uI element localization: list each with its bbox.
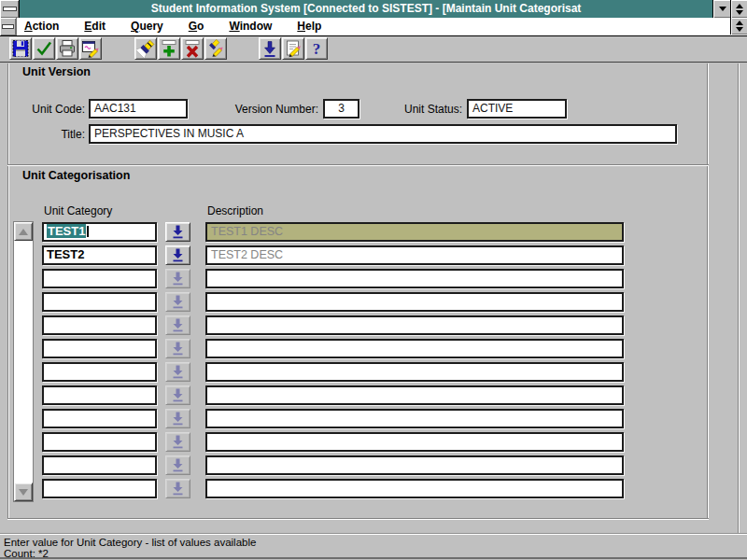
title-bar: Student Information System [Connected to…	[0, 0, 747, 18]
unit-category-field[interactable]	[42, 432, 157, 452]
insert-record-button[interactable]	[158, 37, 180, 60]
lov-button[interactable]	[165, 245, 190, 265]
description-field[interactable]: TEST2 DESC	[205, 245, 624, 265]
unit-category-field[interactable]	[42, 362, 157, 382]
lov-down-arrow-icon	[172, 342, 184, 356]
unit-category-column-label: Unit Category	[44, 204, 112, 217]
unit-category-field[interactable]	[42, 269, 157, 288]
clear-form-button[interactable]	[79, 37, 102, 60]
child-restore-button[interactable]	[730, 18, 747, 35]
unit-category-field[interactable]	[42, 455, 157, 475]
print-button[interactable]	[56, 37, 78, 60]
unit-category-field[interactable]: TEST1	[42, 222, 157, 242]
unit-code-label: Unit Code:	[18, 103, 85, 116]
list-of-values-button[interactable]	[259, 37, 281, 60]
unit-code-field[interactable]: AAC131	[89, 99, 188, 119]
system-menu-button[interactable]	[0, 0, 20, 18]
categorisation-row	[0, 385, 747, 405]
menu-items: Action Edit Query Go Window Help	[24, 18, 321, 35]
categorisation-grid: TEST1 TEST1 DESC TEST2 TEST2 DESC	[0, 0, 747, 560]
window-bottom-edge	[0, 557, 747, 559]
version-number-field[interactable]: 3	[323, 99, 359, 119]
child-restore-up-icon	[736, 21, 743, 25]
unit-status-label: Unit Status:	[391, 103, 462, 116]
delete-record-button[interactable]	[181, 37, 204, 60]
unit-category-field[interactable]	[42, 409, 157, 428]
svg-text:?: ?	[313, 40, 321, 58]
categorisation-row	[0, 432, 747, 452]
lov-button[interactable]	[165, 479, 190, 498]
minimize-button[interactable]	[712, 0, 731, 18]
version-number-label: Version Number:	[214, 103, 318, 116]
description-field[interactable]	[205, 339, 624, 358]
menu-help[interactable]: Help	[297, 18, 321, 35]
minimize-icon	[719, 7, 726, 11]
lov-button[interactable]	[165, 362, 190, 382]
unit-category-field[interactable]	[42, 339, 157, 358]
categorisation-row	[0, 479, 747, 498]
lov-button[interactable]	[165, 409, 190, 428]
categorisation-row	[0, 339, 747, 358]
checkmark-icon	[35, 39, 53, 58]
categorisation-row: TEST1 TEST1 DESC	[0, 222, 747, 242]
lov-down-arrow-icon	[172, 318, 184, 332]
description-field[interactable]: TEST1 DESC	[205, 222, 624, 242]
lov-button[interactable]	[165, 339, 190, 358]
child-restore-down-icon	[736, 27, 743, 32]
red-x-icon	[183, 39, 202, 58]
unit-category-field[interactable]	[42, 315, 157, 335]
description-field[interactable]	[205, 409, 624, 428]
system-menu-icon	[3, 7, 17, 11]
lov-button[interactable]	[165, 222, 190, 242]
enter-query-button[interactable]	[134, 37, 157, 60]
frame-bottom-line	[7, 518, 709, 520]
help-button[interactable]: ?	[305, 37, 328, 60]
application-window: Student Information System [Connected to…	[0, 0, 747, 560]
menu-query[interactable]: Query	[131, 18, 163, 35]
accept-button[interactable]	[33, 37, 55, 60]
unit-status-field[interactable]: ACTIVE	[467, 99, 567, 119]
categorisation-row	[0, 292, 747, 312]
description-field[interactable]	[205, 269, 624, 288]
lov-button[interactable]	[165, 455, 190, 475]
flashlight-pencil-icon	[206, 39, 225, 58]
description-field[interactable]	[205, 385, 624, 405]
lov-button[interactable]	[165, 292, 190, 312]
lov-button[interactable]	[165, 385, 190, 405]
question-mark-icon: ?	[307, 39, 326, 58]
lov-button[interactable]	[165, 315, 190, 335]
restore-button[interactable]	[730, 0, 747, 18]
menu-edit[interactable]: Edit	[84, 18, 106, 35]
categorisation-row	[0, 455, 747, 475]
child-system-menu-icon	[2, 24, 14, 29]
save-button[interactable]	[9, 37, 32, 60]
status-message: Enter value for Unit Category - list of …	[4, 537, 256, 548]
menu-go[interactable]: Go	[189, 18, 204, 35]
lov-button[interactable]	[165, 269, 190, 288]
title-field[interactable]: PERSPECTIVES IN MUSIC A	[89, 124, 677, 144]
unit-category-field[interactable]: TEST2	[42, 245, 157, 265]
description-field[interactable]	[205, 315, 624, 335]
title-label: Title:	[18, 128, 85, 141]
menu-window[interactable]: Window	[229, 18, 272, 35]
description-field[interactable]	[205, 362, 624, 382]
status-bar: Enter value for Unit Category - list of …	[0, 534, 747, 560]
description-field[interactable]	[205, 292, 624, 312]
unit-category-field[interactable]	[42, 479, 157, 498]
description-field[interactable]	[205, 455, 624, 475]
description-field[interactable]	[205, 432, 624, 452]
child-system-menu-button[interactable]	[0, 18, 17, 35]
description-field[interactable]	[205, 479, 624, 498]
execute-query-button[interactable]	[204, 37, 227, 60]
lov-down-arrow-icon	[172, 272, 184, 286]
lov-down-arrow-icon	[172, 248, 184, 262]
unit-category-field[interactable]	[42, 292, 157, 312]
menu-action[interactable]: Action	[24, 18, 59, 35]
categorisation-row	[0, 269, 747, 288]
edit-button[interactable]	[282, 37, 304, 60]
form-marker-icon	[81, 39, 100, 58]
unit-category-field[interactable]	[42, 385, 157, 405]
text-cursor	[87, 226, 89, 237]
lov-down-arrow-icon	[172, 365, 184, 379]
lov-button[interactable]	[165, 432, 190, 452]
